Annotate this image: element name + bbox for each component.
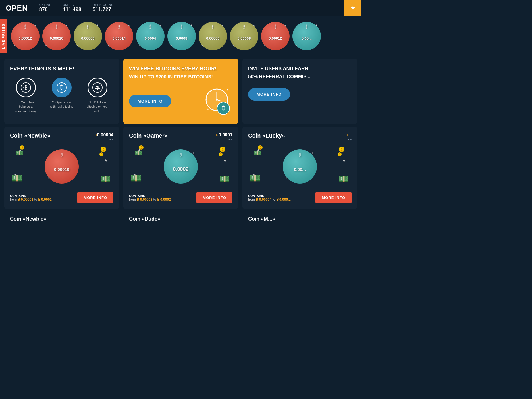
header-stats: ONLINE 870 USERS 111,498 OPEN COINS 511,… [39,3,113,13]
steps-row: ₿ ≡ 1. Complete balance a convenient way… [10,78,113,113]
stat-online: ONLINE 870 [39,3,51,13]
prize-coin: 0.00006 ₿ ✦ ✦ [199,22,227,50]
star-decoration: ★ [14,173,17,176]
svg-text:₿: ₿ [96,85,99,90]
live-prizes-section: LIVE PRIZES 0.00012 ₿ ✦ ✦ 0.00010 ₿ ✦ ✦ … [0,19,361,53]
coin-price: Ƀ0.0001 price [216,132,232,141]
clock-wrapper: ₿ ✦ ✦ [201,86,232,117]
money-bag: 💵 [16,149,23,157]
coin-more-info-button[interactable]: MORE INFO [315,192,352,203]
coin-name: Coin «Lucky» [248,132,285,139]
coin-visual: 💵 💵 💵 ₿ ₿ ₿ ★ ★ ★ ₿ 0.0002 ✦ ✦ [129,144,232,189]
btc-symbol: Ƀ [216,133,219,137]
svg-point-13 [216,99,218,101]
coin-card-header: Coin «Newbie» Ƀ0.00004 price [10,132,113,141]
gold-coin: ₿ [258,145,263,150]
prize-coin: 0.0004 ₿ ✦ ✦ [136,22,165,50]
prize-coin: 0.00008 ₿ ✦ ✦ [230,22,258,50]
contains-range: from Ƀ 0.00002 to Ƀ 0.0002 [129,198,171,201]
online-label: ONLINE [39,3,51,7]
prize-coin: 0.00010 ₿ ✦ ✦ [42,22,71,50]
range-from: Ƀ 0.00002 [137,198,152,201]
step-2-label: 2. Open coins with real bitcoins [49,100,74,109]
simple-card-title: EVERYTHING IS SIMPLE! [10,66,113,72]
svg-text:₿: ₿ [222,105,225,112]
live-prizes-label: LIVE PRIZES [0,19,7,53]
svg-text:✦: ✦ [206,107,210,111]
price-amount: 0.0001 [219,132,232,137]
money-bag: 💵 [254,149,261,157]
header: OPEN ONLINE 870 USERS 111,498 OPEN COINS… [0,0,361,16]
coin-price: Ƀ... price [345,132,352,141]
win-more-info-button[interactable]: MORE INFO [129,95,171,107]
money-bag: 💵 [250,173,261,184]
prizes-row: 0.00012 ₿ ✦ ✦ 0.00010 ₿ ✦ ✦ 0.00006 ₿ ✦ … [7,19,325,53]
coin-more-info-button[interactable]: MORE INFO [196,192,232,203]
step-1-icon: ₿ ≡ [16,78,36,97]
simple-card: EVERYTHING IS SIMPLE! ₿ ≡ 1. Complete ba… [4,59,119,124]
gold-coin: ₿ [101,147,106,152]
coin-card-2: Coin «Lucky» Ƀ... price 💵 💵 💵 ₿ ₿ ₿ ★ ★ … [242,127,357,209]
logo: OPEN [6,4,28,13]
big-coin: ₿ 0.00010 ✦ ✦ [45,149,79,184]
money-bag: 💵 [135,149,142,157]
win-card-title: WIN FREE BITCOINS EVERY HOUR! [129,66,232,72]
coins-grid: Coin «Newbie» Ƀ0.00004 price 💵 💵 💵 ₿ ₿ ₿… [0,127,361,213]
prize-coin: 0.0008 ₿ ✦ ✦ [167,22,196,50]
step-2-icon: ₿ ✦ [52,78,72,97]
invite-more-info-button[interactable]: MORE INFO [248,88,290,101]
stat-users: USERS 111,498 [63,3,81,13]
range-to: Ƀ 0.000... [276,198,291,201]
header-action-button[interactable]: ★ [344,0,361,16]
contains-label: CONTAINS [248,194,291,198]
step-3-label: 3. Withdraw bitcoins on your wallet [85,100,110,113]
coin-card-header: Coin «Gamer» Ƀ0.0001 price [129,132,232,141]
star-decoration: ★ [252,173,255,176]
online-value: 870 [39,7,51,13]
bottom-labels: Coin «Newbie»Coin «Dude»Coin «M...» [0,213,361,226]
range-to: Ƀ 0.0001 [38,198,52,201]
win-card: WIN FREE BITCOINS EVERY HOUR! WIN UP TO … [123,59,238,124]
gold-coin: ₿ [219,152,223,156]
money-bag: 💵 [339,174,349,184]
bottom-coin-label-0: Coin «Newbie» [4,213,119,223]
star-decoration: ★ [257,148,260,153]
stat-open-coins: OPEN COINS 511,727 [93,3,113,13]
coin-visual: 💵 💵 💵 ₿ ₿ ₿ ★ ★ ★ ₿ 0.00010 ✦ ✦ [10,144,113,189]
step-3: ₿ 3. Withdraw bitcoins on your wallet [85,78,110,113]
coin-footer: CONTAINS from Ƀ 0.00002 to Ƀ 0.0002 MORE… [129,192,232,203]
coin-name: Coin «Newbie» [10,132,50,139]
gold-coin: ₿ [99,152,103,156]
coin-more-info-button[interactable]: MORE INFO [77,192,113,203]
contains-info: CONTAINS from Ƀ 0.00001 to Ƀ 0.0001 [10,194,52,201]
price-label: price [216,138,232,141]
prize-coin: 0.00014 ₿ ✦ ✦ [105,22,133,50]
gold-coin: ₿ [338,152,342,156]
big-coin: ₿ 0.0002 ✦ ✦ [164,149,198,184]
invite-card-title: INVITE USERS AND EARN [248,66,352,72]
invite-card: INVITE USERS AND EARN 50% REFERRAL COMMI… [242,59,357,124]
win-card-subtitle: WIN UP TO $200 IN FREE BITCOINS! [129,74,232,80]
svg-text:₿: ₿ [24,85,27,90]
btc-symbol: Ƀ [94,133,97,137]
svg-text:✦: ✦ [65,82,67,86]
coin-footer: CONTAINS from Ƀ 0.00001 to Ƀ 0.0001 MORE… [10,192,113,203]
main-grid: EVERYTHING IS SIMPLE! ₿ ≡ 1. Complete ba… [0,56,361,127]
users-value: 111,498 [63,7,81,13]
money-bag: 💵 [220,174,230,184]
money-bag: 💵 [11,173,23,184]
star-decoration: ★ [104,158,108,163]
price-amount: 0.00004 [97,132,113,137]
star-decoration: ★ [223,158,227,163]
price-label: price [345,138,352,141]
open-coins-value: 511,727 [93,7,113,13]
step-3-icon: ₿ [88,78,107,97]
coin-footer: CONTAINS from Ƀ 0.00004 to Ƀ 0.000... MO… [248,192,352,203]
star-decoration: ★ [18,148,22,153]
prize-coin: 0.00012 ₿ ✦ ✦ [11,22,40,50]
contains-label: CONTAINS [10,194,52,198]
gold-coin: ₿ [139,145,144,150]
svg-rect-8 [95,88,100,89]
contains-range: from Ƀ 0.00004 to Ƀ 0.000... [248,198,291,201]
gold-coin: ₿ [220,147,225,152]
